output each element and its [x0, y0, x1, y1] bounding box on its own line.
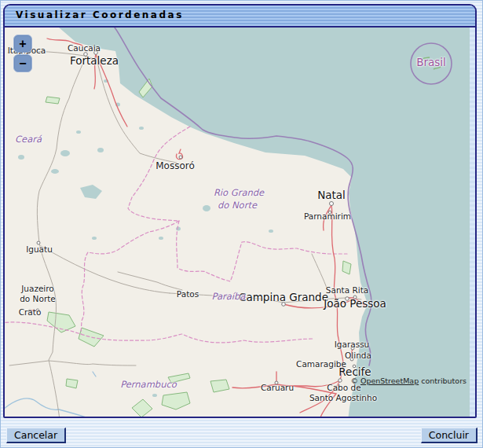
cancel-button[interactable]: Cancelar: [6, 428, 66, 443]
map-panel: ItapipocaCaucaiaFortalezaMossoróNatalPar…: [5, 28, 475, 417]
zoom-in-button[interactable]: +: [13, 35, 32, 53]
map-canvas: [5, 28, 470, 417]
map-viewport[interactable]: ItapipocaCaucaiaFortalezaMossoróNatalPar…: [5, 28, 470, 417]
map-right-gutter: [470, 28, 475, 417]
confirm-button[interactable]: Concluir: [421, 428, 478, 443]
rivers: [5, 372, 96, 417]
title-bar: Visualizar Coordenadas: [5, 6, 475, 28]
map-attribution: © OpenStreetMap contributors: [350, 376, 467, 385]
dialog-title: Visualizar Coordenadas: [16, 9, 184, 20]
zoom-out-button[interactable]: −: [13, 54, 32, 72]
attribution-prefix: ©: [350, 376, 360, 385]
map-frame: Visualizar Coordenadas: [3, 4, 477, 418]
zoom-controls: + −: [13, 35, 32, 74]
attribution-suffix: contributors: [419, 376, 467, 385]
dialog-window: Visualizar Coordenadas: [0, 0, 483, 448]
sea-polygon: [59, 28, 470, 417]
openstreetmap-link[interactable]: OpenStreetMap: [360, 376, 419, 385]
